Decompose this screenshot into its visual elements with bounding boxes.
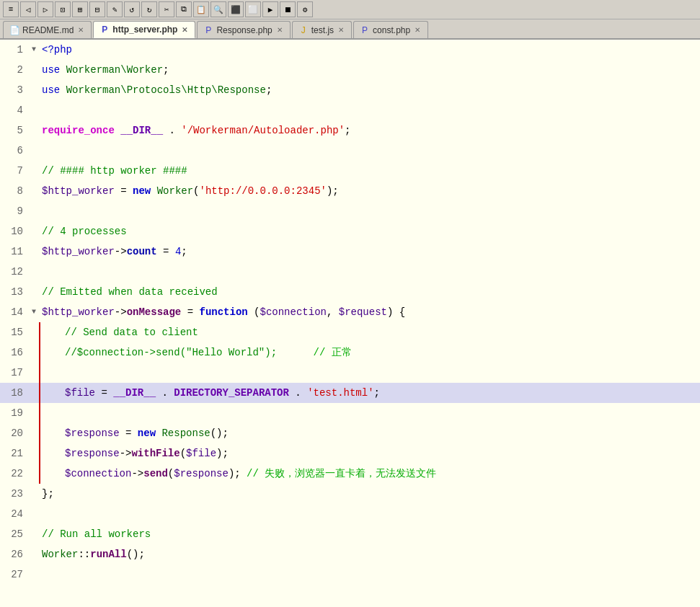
line-10-content: // 4 processes bbox=[39, 221, 127, 242]
tab-http-server[interactable]: P http_server.php ✕ bbox=[93, 21, 195, 38]
code-line-2: 2 use Workerman\Worker ; bbox=[0, 60, 700, 80]
tab-testjs-label: test.js bbox=[311, 25, 334, 35]
code-line-8: 8 $http_worker = new Worker ( 'http://0.… bbox=[0, 181, 700, 201]
line-22-content: $connection -> send ( $response ); // 失败… bbox=[39, 464, 436, 484]
line-21-content: $response -> withFile ( $file ); bbox=[39, 443, 229, 464]
code-line-27: 27 bbox=[0, 564, 700, 585]
line-num-16: 16 bbox=[0, 342, 29, 363]
tab-readme-label: README.md bbox=[22, 25, 74, 35]
js-file-icon: J bbox=[298, 25, 309, 35]
toolbar-btn-5[interactable]: ⊞ bbox=[72, 1, 88, 17]
line-num-25: 25 bbox=[0, 524, 29, 544]
tab-readme[interactable]: 📄 README.md ✕ bbox=[3, 21, 92, 38]
tab-testjs[interactable]: J test.js ✕ bbox=[292, 21, 352, 38]
code-line-11: 11 $http_worker -> count = 4 ; bbox=[0, 242, 700, 262]
toolbar-btn-18[interactable]: ⚙ bbox=[297, 1, 313, 17]
toolbar-btn-12[interactable]: 📋 bbox=[193, 1, 209, 17]
toolbar-btn-13[interactable]: 🔍 bbox=[211, 1, 226, 17]
code-line-9: 9 bbox=[0, 201, 700, 221]
tab-readme-close[interactable]: ✕ bbox=[76, 25, 85, 35]
line-num-4: 4 bbox=[0, 100, 29, 120]
fold-icon-14[interactable]: ▼ bbox=[29, 307, 39, 317]
toolbar-btn-17[interactable]: ⏹ bbox=[280, 1, 296, 17]
toolbar-btn-6[interactable]: ⊟ bbox=[89, 1, 105, 17]
line-num-3: 3 bbox=[0, 80, 29, 100]
tab-testjs-close[interactable]: ✕ bbox=[337, 25, 345, 35]
line-num-15: 15 bbox=[0, 322, 29, 342]
line-num-23: 23 bbox=[0, 484, 29, 504]
tab-const[interactable]: P const.php ✕ bbox=[353, 21, 428, 38]
toolbar-btn-2[interactable]: ◁ bbox=[20, 1, 36, 17]
line-num-27: 27 bbox=[0, 564, 29, 585]
line-7-content: // #### http worker #### bbox=[39, 161, 187, 181]
toolbar-btn-11[interactable]: ⧉ bbox=[176, 1, 192, 17]
php-file-icon-active: P bbox=[99, 25, 110, 35]
line-25-content: // Run all workers bbox=[39, 524, 151, 544]
line-num-13: 13 bbox=[0, 282, 29, 302]
line-num-18: 18 bbox=[0, 383, 29, 403]
fold-bar-21 bbox=[39, 443, 40, 464]
tab-response[interactable]: P Response.php ✕ bbox=[197, 21, 290, 38]
toolbar-btn-15[interactable]: ⬜ bbox=[245, 1, 261, 17]
code-line-22: 22 $connection -> send ( $response ); //… bbox=[0, 464, 700, 484]
code-line-4: 4 bbox=[0, 100, 700, 120]
code-line-7: 7 // #### http worker #### bbox=[0, 161, 700, 181]
line-11-content: $http_worker -> count = 4 ; bbox=[39, 242, 187, 262]
code-line-5: 5 require_once __DIR__ . '/Workerman/Aut… bbox=[0, 120, 700, 141]
line-num-2: 2 bbox=[0, 60, 29, 80]
line-num-19: 19 bbox=[0, 403, 29, 423]
line-18-content: $file = __DIR__ . DIRECTORY_SEPARATOR . … bbox=[39, 383, 700, 403]
tab-http-server-label: http_server.php bbox=[112, 25, 177, 35]
code-line-23: 23 }; bbox=[0, 484, 700, 504]
code-editor: 1 ▼ <?php 2 use Workerman\Worker ; 3 use bbox=[0, 40, 700, 607]
line-13-content: // Emitted when data received bbox=[39, 282, 218, 302]
toolbar-btn-4[interactable]: ⊡ bbox=[55, 1, 71, 17]
line-15-content: // Send data to client bbox=[39, 322, 198, 342]
code-line-10: 10 // 4 processes bbox=[0, 221, 700, 242]
toolbar-btn-8[interactable]: ↺ bbox=[124, 1, 140, 17]
php-file-icon-2: P bbox=[203, 25, 213, 35]
fold-bar-18 bbox=[39, 383, 40, 403]
code-line-26: 26 Worker :: runAll (); bbox=[0, 544, 700, 564]
line-num-21: 21 bbox=[0, 443, 29, 464]
line-14-content: $http_worker -> onMessage = function ( $… bbox=[39, 302, 405, 322]
code-line-1: 1 ▼ <?php bbox=[0, 40, 700, 60]
toolbar-btn-10[interactable]: ✂ bbox=[159, 1, 174, 17]
toolbar: ≡ ◁ ▷ ⊡ ⊞ ⊟ ✎ ↺ ↻ ✂ ⧉ 📋 🔍 ⬛ ⬜ ▶ ⏹ ⚙ bbox=[0, 0, 700, 19]
toolbar-btn-9[interactable]: ↻ bbox=[141, 1, 157, 17]
code-line-19: 19 bbox=[0, 403, 700, 423]
code-line-13: 13 // Emitted when data received bbox=[0, 282, 700, 302]
line-2-content: use Workerman\Worker ; bbox=[39, 60, 169, 80]
tab-http-server-close[interactable]: ✕ bbox=[180, 25, 189, 35]
line-num-6: 6 bbox=[0, 141, 29, 161]
fold-icon-1[interactable]: ▼ bbox=[29, 45, 39, 55]
tab-response-label: Response.php bbox=[216, 25, 272, 35]
line-num-24: 24 bbox=[0, 504, 29, 524]
tab-response-close[interactable]: ✕ bbox=[275, 25, 284, 35]
code-line-25: 25 // Run all workers bbox=[0, 524, 700, 544]
toolbar-btn-3[interactable]: ▷ bbox=[37, 1, 53, 17]
line-num-5: 5 bbox=[0, 120, 29, 141]
line-1-content: <?php bbox=[39, 40, 72, 60]
line-num-22: 22 bbox=[0, 464, 29, 484]
fold-bar-22 bbox=[39, 464, 40, 484]
code-line-21: 21 $response -> withFile ( $file ); bbox=[0, 443, 700, 464]
code-line-20: 20 $response = new Response (); bbox=[0, 423, 700, 443]
toolbar-btn-7[interactable]: ✎ bbox=[107, 1, 123, 17]
line-num-10: 10 bbox=[0, 221, 29, 242]
fold-bar-15 bbox=[39, 322, 40, 342]
tab-const-label: const.php bbox=[373, 25, 410, 35]
line-8-content: $http_worker = new Worker ( 'http://0.0.… bbox=[39, 181, 339, 201]
code-line-3: 3 use Workerman\Protocols\Http\Response … bbox=[0, 80, 700, 100]
code-line-16: 16 //$connection->send("Hello World"); /… bbox=[0, 342, 700, 363]
code-line-24: 24 bbox=[0, 504, 700, 524]
tab-bar: 📄 README.md ✕ P http_server.php ✕ P Resp… bbox=[0, 19, 700, 40]
php-file-icon-3: P bbox=[360, 25, 370, 35]
line-num-9: 9 bbox=[0, 201, 29, 221]
tab-const-close[interactable]: ✕ bbox=[413, 25, 422, 35]
code-area[interactable]: 1 ▼ <?php 2 use Workerman\Worker ; 3 use bbox=[0, 40, 700, 607]
line-num-20: 20 bbox=[0, 423, 29, 443]
toolbar-btn-14[interactable]: ⬛ bbox=[228, 1, 244, 17]
toolbar-btn-16[interactable]: ▶ bbox=[262, 1, 278, 17]
toolbar-btn-1[interactable]: ≡ bbox=[3, 1, 19, 17]
